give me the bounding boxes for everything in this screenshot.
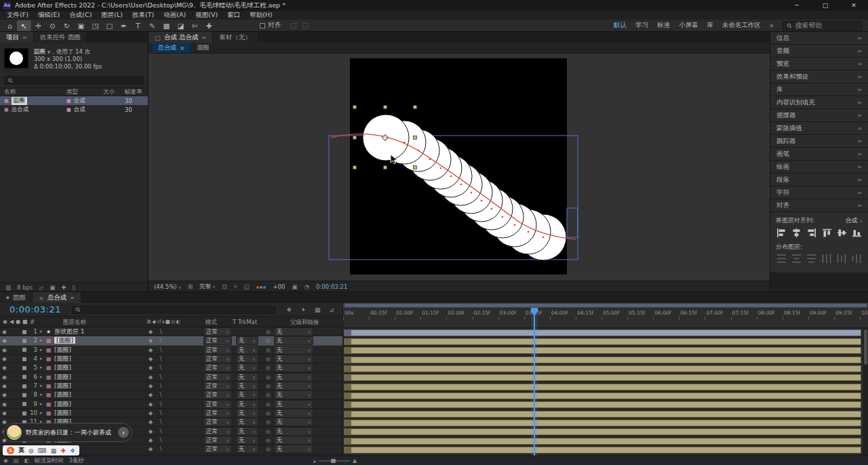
parent-dropdown[interactable]: 无∨ (274, 336, 313, 345)
composition-viewport[interactable] (149, 54, 770, 281)
layer-switches[interactable]: ◆ \ (149, 336, 164, 345)
panel-menu-icon[interactable]: ≡ (857, 87, 862, 93)
trkmat-dropdown[interactable]: 无∨ (236, 418, 258, 426)
composition-canvas[interactable] (149, 54, 770, 281)
timeline-current-time[interactable]: 0:00:03:21 (9, 304, 61, 315)
eye-icon[interactable]: ◉ (2, 336, 7, 345)
mode-dropdown[interactable]: 正常∨ (203, 363, 232, 372)
distribute-left-button[interactable] (822, 254, 832, 263)
trkmat-dropdown[interactable]: 无∨ (236, 409, 258, 418)
label-chip[interactable] (22, 330, 26, 334)
layer-row-3[interactable]: ◉3▸▦[圆圈]◆ \正常∨无∨◎无∨ (0, 346, 342, 355)
panel-menu-icon[interactable]: ≡ (857, 177, 862, 183)
trkmat-dropdown[interactable]: 无∨ (236, 346, 258, 355)
pen-tool[interactable]: ✒ (117, 20, 131, 31)
timeline-search-input[interactable]: ⚲ (72, 306, 275, 314)
label-chip[interactable] (22, 411, 26, 416)
layer-name[interactable]: [圆圈] (54, 400, 71, 409)
timeline-zoom-slider[interactable]: ▲ ▲ (313, 458, 357, 464)
eye-icon[interactable]: ◉ (2, 373, 7, 382)
layer-bar-9[interactable] (344, 401, 861, 408)
playhead-line[interactable] (534, 308, 535, 456)
pickwhip-icon[interactable]: ◎ (266, 390, 271, 399)
layer-bar-10[interactable] (344, 411, 861, 418)
keyboard-icon[interactable]: ⌨ (38, 447, 47, 454)
pickwhip-icon[interactable]: ◎ (266, 363, 271, 372)
layer-row-7[interactable]: ◉7▸▦[圆圈]◆ \正常∨无∨◎无∨ (0, 382, 342, 390)
column-name[interactable]: 名称 (0, 87, 62, 96)
tab-effect-controls[interactable]: 效果控件 圆圈 (34, 32, 87, 43)
trash-icon[interactable]: ▯ (72, 284, 75, 291)
panel-menu-icon[interactable]: ≡ (857, 35, 862, 41)
comp-tab-main[interactable]: 总合成× (153, 43, 191, 53)
parent-dropdown[interactable]: 无∨ (274, 390, 313, 399)
layer-row-1[interactable]: ◉1▸★形状图层 1◆ \正常∨◎无∨ (0, 327, 342, 336)
menu-item-6[interactable]: 视图(V) (191, 11, 222, 20)
align-vertical-center-button[interactable] (837, 228, 847, 237)
parent-dropdown[interactable]: 无∨ (274, 409, 313, 418)
layer-name[interactable]: [圆圈] (54, 363, 71, 372)
layer-name[interactable]: [圆圈] (54, 390, 71, 399)
frame-blending-icon[interactable]: ⊿ (329, 306, 334, 313)
timeline-scrollbar[interactable] (863, 328, 868, 456)
expander-icon[interactable]: ▸ (40, 400, 43, 409)
parent-dropdown[interactable]: 无∨ (274, 363, 313, 372)
skin-icon[interactable]: ✚ (60, 447, 66, 454)
color-depth-label[interactable]: 8 bpc (17, 284, 33, 291)
panel-menu-icon[interactable]: ≡ (202, 35, 207, 41)
zoom-out-icon[interactable]: ▲ (313, 459, 316, 463)
trkmat-dropdown[interactable]: 无∨ (236, 363, 258, 372)
project-row[interactable]: ▦圆圈■合成30 (0, 96, 148, 105)
tab-project[interactable]: 项目≡ (0, 32, 34, 43)
panel-menu-icon[interactable]: ≡ (857, 48, 862, 54)
pickwhip-icon[interactable]: ◎ (266, 436, 271, 445)
trkmat-dropdown[interactable]: 无∨ (236, 445, 258, 453)
pickwhip-icon[interactable]: ◎ (266, 355, 271, 363)
interpret-footage-icon[interactable]: ▥ (5, 284, 11, 291)
layer-bar-5[interactable] (344, 365, 861, 372)
tab-composition[interactable]: □ 合成 总合成≡ (149, 32, 213, 43)
menu-item-7[interactable]: 窗口 (222, 11, 245, 20)
panel-menu-icon[interactable]: ≡ (22, 35, 27, 41)
panel-menu-icon[interactable]: ≡ (857, 203, 862, 209)
trkmat-dropdown[interactable]: 无∨ (236, 400, 258, 409)
layer-row-2[interactable]: ◉2▸▦[圆圈]◆ \正常∨无∨◎无∨ (0, 336, 342, 345)
expander-icon[interactable]: ▸ (40, 363, 43, 372)
layer-name-column[interactable]: 图层名称 (63, 319, 86, 327)
layer-switches[interactable]: ◆ \ (149, 409, 164, 418)
project-search-input[interactable]: ⚲ (4, 76, 144, 85)
mode-dropdown[interactable]: 正常∨ (203, 418, 232, 426)
workspace-2[interactable]: 标准 (657, 21, 670, 30)
align-to-dropdown[interactable]: 合成∨ (846, 216, 863, 225)
eye-icon[interactable]: ◉ (2, 390, 7, 399)
workspace-4[interactable]: 库 (707, 21, 713, 30)
expander-icon[interactable]: ▸ (40, 382, 43, 390)
menu-item-8[interactable]: 帮助(H) (245, 11, 277, 20)
layer-row-10[interactable]: ◉10▸▦[圆圈]◆ \正常∨无∨◎无∨ (0, 409, 342, 418)
timeline-tab-main[interactable]: × 总合成 ≡ (33, 292, 81, 303)
align-top-button[interactable] (822, 228, 832, 237)
layer-switches[interactable]: ◆ \ (149, 382, 164, 390)
comp-tab-circle[interactable]: 圆圈 (192, 43, 215, 53)
expander-icon[interactable]: ▸ (40, 409, 43, 418)
expander-icon[interactable]: ▸ (40, 327, 43, 336)
column-framerate[interactable]: 帧速率 (121, 87, 148, 96)
layer-switches[interactable]: ◆ \ (149, 327, 164, 336)
mode-dropdown[interactable]: 正常∨ (203, 346, 232, 355)
parent-dropdown[interactable]: 无∨ (274, 418, 313, 426)
align-bottom-button[interactable] (852, 228, 862, 237)
mode-dropdown[interactable]: 正常∨ (203, 390, 232, 399)
pickwhip-icon[interactable]: ◎ (266, 400, 271, 409)
layer-switches[interactable]: ◆ \ (149, 418, 164, 426)
channel-icon[interactable] (256, 283, 267, 290)
expander-icon[interactable]: ▸ (40, 373, 43, 382)
panel-7[interactable]: 蒙版插值≡ (770, 122, 868, 135)
selection-tool[interactable]: ↖ (17, 20, 31, 31)
align-left-button[interactable] (776, 228, 787, 237)
parent-dropdown[interactable]: 无∨ (274, 382, 313, 390)
mode-dropdown[interactable]: 正常∨ (203, 400, 232, 409)
distribute-top-button[interactable] (776, 254, 787, 263)
layer-bar-2[interactable] (344, 338, 861, 345)
pickwhip-icon[interactable]: ◎ (266, 409, 271, 418)
viewer-current-time[interactable]: 0:00:03:21 (316, 283, 347, 290)
